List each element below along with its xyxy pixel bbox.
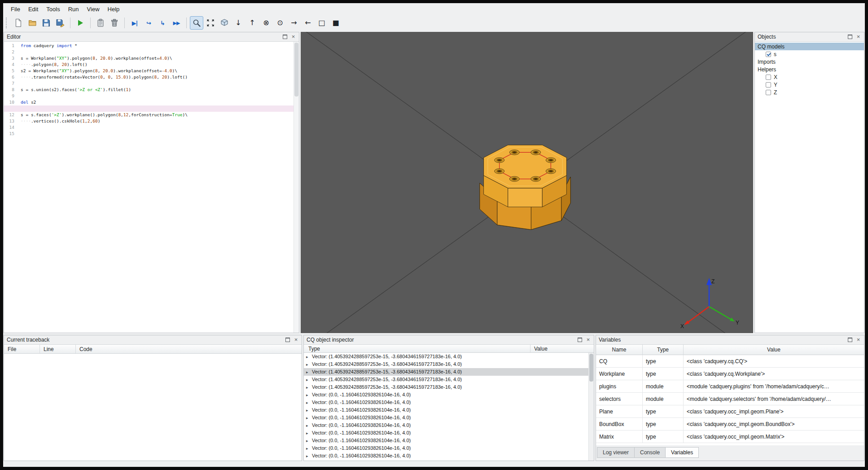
close-panel-icon[interactable] bbox=[585, 337, 591, 343]
inspector-row[interactable]: ▸Vector: (0.0, -1.1604610293826104e-16, … bbox=[304, 391, 588, 399]
objects-item-s[interactable]: s bbox=[755, 50, 864, 58]
variables-col-name[interactable]: Name bbox=[596, 345, 643, 355]
float-panel-icon[interactable] bbox=[847, 337, 853, 343]
expand-arrow-icon[interactable]: ▸ bbox=[306, 414, 312, 422]
expand-arrow-icon[interactable]: ▸ bbox=[306, 445, 312, 452]
variables-titlebar[interactable]: Variables bbox=[596, 335, 864, 344]
inspector-titlebar[interactable]: CQ object inspector bbox=[304, 335, 594, 344]
inspector-row[interactable]: ▸Vector: (0.0, -1.1604610293826104e-16, … bbox=[304, 429, 588, 437]
variables-col-type[interactable]: Type bbox=[643, 345, 684, 355]
variable-row[interactable]: BoundBoxtype<class 'cadquery.occ_impl.ge… bbox=[596, 418, 864, 430]
save-as-button[interactable] bbox=[53, 16, 67, 30]
float-panel-icon[interactable] bbox=[282, 34, 288, 40]
expand-arrow-icon[interactable]: ▸ bbox=[306, 430, 312, 437]
scrollbar-thumb[interactable] bbox=[294, 43, 298, 97]
code-editor[interactable]: 123456789101112131415 from cadquery impo… bbox=[4, 41, 299, 333]
objects-group-imports[interactable]: Imports bbox=[755, 58, 864, 66]
continue-button[interactable]: ▶▶ bbox=[170, 16, 183, 30]
menu-file[interactable]: File bbox=[7, 4, 24, 14]
delete-button[interactable] bbox=[108, 16, 121, 30]
checkbox[interactable] bbox=[766, 90, 771, 95]
inspector-row[interactable]: ▸Vector: (0.0, -1.1604610293826104e-16, … bbox=[304, 406, 588, 414]
top-view-button[interactable]: ↓ bbox=[232, 16, 245, 30]
inspector-row[interactable]: ▸Vector: (0.0, -1.1604610293826104e-16, … bbox=[304, 452, 588, 460]
inspector-row[interactable]: ▸Vector: (0.0, -1.1604610293826104e-16, … bbox=[304, 437, 588, 444]
inspector-col-value[interactable]: Value bbox=[530, 345, 594, 352]
editor-titlebar[interactable]: Editor bbox=[4, 32, 299, 41]
inspector-row[interactable]: ▸Vector: (1.4053924288597253e-15, -3.680… bbox=[304, 353, 588, 360]
checkbox[interactable] bbox=[766, 52, 771, 57]
inspector-row[interactable]: ▸Vector: (0.0, -1.1604610293826104e-16, … bbox=[304, 422, 588, 429]
float-panel-icon[interactable] bbox=[577, 337, 583, 343]
iso-view-button[interactable] bbox=[218, 16, 231, 30]
objects-item-x[interactable]: X bbox=[755, 73, 864, 81]
objects-group-cq-models[interactable]: CQ models bbox=[755, 43, 864, 50]
variables-col-value[interactable]: Value bbox=[684, 345, 864, 355]
inspector-row[interactable]: ▸Vector: (1.4053924288597253e-15, -3.680… bbox=[304, 368, 588, 376]
inspector-row[interactable]: ▸Vector: (1.4053924288597253e-15, -3.680… bbox=[304, 383, 588, 391]
debug-console-button[interactable] bbox=[94, 16, 107, 30]
expand-arrow-icon[interactable]: ▸ bbox=[306, 361, 312, 369]
close-panel-icon[interactable] bbox=[293, 337, 299, 343]
close-panel-icon[interactable] bbox=[290, 34, 296, 40]
step-in-button[interactable]: ↳ bbox=[156, 16, 169, 30]
zoom-button[interactable] bbox=[190, 16, 203, 30]
right-view-button[interactable]: ← bbox=[301, 16, 315, 30]
variable-row[interactable]: pluginsmodule<module 'cadquery.plugins' … bbox=[596, 380, 864, 393]
3d-viewport[interactable]: X Y Z bbox=[301, 32, 753, 333]
expand-arrow-icon[interactable]: ▸ bbox=[306, 384, 312, 391]
float-panel-icon[interactable] bbox=[285, 337, 290, 343]
inspector-row[interactable]: ▸Vector: (0.0, -1.1604610293826104e-16, … bbox=[304, 414, 588, 422]
tab-log-viewer[interactable]: Log viewer bbox=[597, 447, 635, 458]
variable-row[interactable]: Matrixtype<class 'cadquery.occ_impl.geom… bbox=[596, 430, 864, 443]
inspector-row[interactable]: ▸Vector: (0.0, -1.1604610293826104e-16, … bbox=[304, 444, 588, 452]
fit-view-button[interactable] bbox=[204, 16, 217, 30]
close-panel-icon[interactable] bbox=[855, 34, 861, 40]
traceback-col-code[interactable]: Code bbox=[76, 345, 302, 353]
expand-arrow-icon[interactable]: ▸ bbox=[306, 369, 312, 376]
close-panel-icon[interactable] bbox=[855, 337, 861, 343]
step-button[interactable]: ↪ bbox=[142, 16, 155, 30]
variable-row[interactable]: Workplanetype<class 'cadquery.cq.Workpla… bbox=[596, 368, 864, 380]
menu-edit[interactable]: Edit bbox=[24, 4, 42, 14]
left-view-button[interactable]: → bbox=[287, 16, 301, 30]
toolbar-handle[interactable] bbox=[6, 18, 9, 28]
wireframe-button[interactable]: □ bbox=[315, 16, 329, 30]
menu-tools[interactable]: Tools bbox=[42, 4, 64, 14]
expand-arrow-icon[interactable]: ▸ bbox=[306, 407, 312, 414]
tab-console[interactable]: Console bbox=[635, 447, 666, 458]
save-button[interactable] bbox=[39, 16, 53, 30]
open-button[interactable] bbox=[26, 16, 39, 30]
traceback-col-file[interactable]: File bbox=[4, 345, 40, 353]
scrollbar-thumb[interactable] bbox=[589, 354, 593, 382]
inspector-row[interactable]: ▸Vector: (1.4053924288597253e-15, -3.680… bbox=[304, 360, 588, 368]
debug-run-button[interactable]: ▶| bbox=[128, 16, 141, 30]
inspector-scrollbar[interactable] bbox=[588, 353, 594, 461]
menu-run[interactable]: Run bbox=[64, 4, 83, 14]
code-area[interactable]: from cadquery import *s = Workplane("XY"… bbox=[18, 43, 294, 137]
objects-group-helpers[interactable]: Helpers bbox=[755, 66, 864, 73]
menu-help[interactable]: Help bbox=[104, 4, 124, 14]
objects-titlebar[interactable]: Objects bbox=[755, 32, 864, 41]
expand-arrow-icon[interactable]: ▸ bbox=[306, 376, 312, 384]
inspector-row[interactable]: ▸Vector: (1.4053924288597253e-15, -3.680… bbox=[304, 376, 588, 383]
inspector-row[interactable]: ▸Vector: (0.0, -1.1604610293826104e-16, … bbox=[304, 399, 588, 406]
inspector-col-type[interactable]: Type bbox=[304, 345, 530, 352]
shaded-button[interactable]: ■ bbox=[329, 16, 342, 30]
expand-arrow-icon[interactable]: ▸ bbox=[306, 422, 312, 430]
menu-view[interactable]: View bbox=[83, 4, 104, 14]
editor-scrollbar[interactable] bbox=[294, 42, 299, 333]
float-panel-icon[interactable] bbox=[847, 34, 853, 40]
expand-arrow-icon[interactable]: ▸ bbox=[306, 353, 312, 361]
bottom-view-button[interactable]: ↑ bbox=[245, 16, 259, 30]
expand-arrow-icon[interactable]: ▸ bbox=[306, 437, 312, 445]
variable-row[interactable]: Planetype<class 'cadquery.occ_impl.geom.… bbox=[596, 405, 864, 418]
traceback-titlebar[interactable]: Current traceback bbox=[4, 335, 302, 344]
objects-item-y[interactable]: Y bbox=[755, 81, 864, 88]
back-view-button[interactable]: ⊙ bbox=[273, 16, 287, 30]
expand-arrow-icon[interactable]: ▸ bbox=[306, 452, 312, 460]
render-button[interactable] bbox=[74, 16, 87, 30]
expand-arrow-icon[interactable]: ▸ bbox=[306, 399, 312, 407]
traceback-col-line[interactable]: Line bbox=[40, 345, 76, 353]
checkbox[interactable] bbox=[766, 82, 771, 88]
